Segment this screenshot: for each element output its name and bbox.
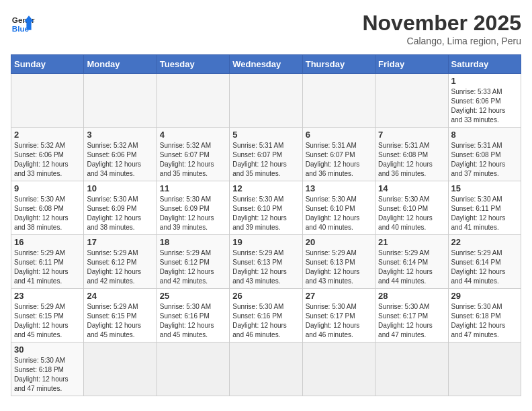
day-number: 15 xyxy=(451,183,518,193)
day-info: Sunrise: 5:32 AM Sunset: 6:06 PM Dayligh… xyxy=(87,141,153,179)
day-info: Sunrise: 5:31 AM Sunset: 6:07 PM Dayligh… xyxy=(306,141,372,179)
calendar-day-cell xyxy=(84,342,157,396)
calendar-day-cell: 29Sunrise: 5:30 AM Sunset: 6:18 PM Dayli… xyxy=(448,289,521,342)
day-info: Sunrise: 5:30 AM Sunset: 6:16 PM Dayligh… xyxy=(160,302,226,340)
logo: General Blue xyxy=(11,11,35,35)
weekday-header-monday: Monday xyxy=(84,55,157,74)
calendar-week-row: 1Sunrise: 5:33 AM Sunset: 6:06 PM Daylig… xyxy=(11,74,521,128)
calendar-header-row: SundayMondayTuesdayWednesdayThursdayFrid… xyxy=(11,55,521,74)
calendar-day-cell: 16Sunrise: 5:29 AM Sunset: 6:11 PM Dayli… xyxy=(11,235,84,289)
day-number: 6 xyxy=(306,130,372,140)
weekday-header-tuesday: Tuesday xyxy=(157,55,229,74)
calendar-day-cell: 20Sunrise: 5:29 AM Sunset: 6:13 PM Dayli… xyxy=(302,235,375,289)
calendar-day-cell: 13Sunrise: 5:30 AM Sunset: 6:10 PM Dayli… xyxy=(302,181,375,235)
calendar-week-row: 30Sunrise: 5:30 AM Sunset: 6:18 PM Dayli… xyxy=(11,342,521,396)
day-info: Sunrise: 5:29 AM Sunset: 6:14 PM Dayligh… xyxy=(378,248,445,286)
day-number: 13 xyxy=(306,183,372,193)
day-info: Sunrise: 5:30 AM Sunset: 6:18 PM Dayligh… xyxy=(14,356,81,394)
weekday-header-saturday: Saturday xyxy=(448,55,521,74)
calendar-day-cell: 26Sunrise: 5:30 AM Sunset: 6:16 PM Dayli… xyxy=(230,289,302,342)
day-number: 8 xyxy=(451,130,518,140)
day-number: 5 xyxy=(232,130,299,140)
day-number: 7 xyxy=(378,130,445,140)
day-info: Sunrise: 5:29 AM Sunset: 6:13 PM Dayligh… xyxy=(232,248,299,286)
day-info: Sunrise: 5:30 AM Sunset: 6:18 PM Dayligh… xyxy=(451,302,518,340)
calendar-day-cell xyxy=(157,74,229,128)
day-number: 23 xyxy=(14,291,81,301)
day-number: 14 xyxy=(378,183,445,193)
calendar-day-cell: 11Sunrise: 5:30 AM Sunset: 6:09 PM Dayli… xyxy=(157,181,229,235)
day-info: Sunrise: 5:31 AM Sunset: 6:08 PM Dayligh… xyxy=(451,141,518,179)
day-number: 27 xyxy=(306,291,372,301)
day-info: Sunrise: 5:32 AM Sunset: 6:06 PM Dayligh… xyxy=(14,141,81,179)
calendar-day-cell xyxy=(448,342,521,396)
calendar-day-cell: 15Sunrise: 5:30 AM Sunset: 6:11 PM Dayli… xyxy=(448,181,521,235)
day-number: 10 xyxy=(87,183,153,193)
page-subtitle: Calango, Lima region, Peru xyxy=(362,36,521,46)
day-info: Sunrise: 5:30 AM Sunset: 6:09 PM Dayligh… xyxy=(160,195,226,232)
day-number: 19 xyxy=(232,237,299,247)
calendar-day-cell: 1Sunrise: 5:33 AM Sunset: 6:06 PM Daylig… xyxy=(448,74,521,128)
calendar-week-row: 9Sunrise: 5:30 AM Sunset: 6:08 PM Daylig… xyxy=(11,181,521,235)
day-info: Sunrise: 5:29 AM Sunset: 6:11 PM Dayligh… xyxy=(14,248,81,286)
day-number: 29 xyxy=(451,291,518,301)
page-title: November 2025 xyxy=(362,11,521,36)
calendar-day-cell xyxy=(157,342,229,396)
calendar-day-cell xyxy=(11,74,84,128)
calendar-day-cell: 12Sunrise: 5:30 AM Sunset: 6:10 PM Dayli… xyxy=(230,181,302,235)
day-number: 3 xyxy=(87,130,153,140)
day-number: 9 xyxy=(14,183,81,193)
calendar-day-cell: 30Sunrise: 5:30 AM Sunset: 6:18 PM Dayli… xyxy=(11,342,84,396)
calendar-day-cell: 17Sunrise: 5:29 AM Sunset: 6:12 PM Dayli… xyxy=(84,235,157,289)
calendar-day-cell: 21Sunrise: 5:29 AM Sunset: 6:14 PM Dayli… xyxy=(375,235,448,289)
weekday-header-thursday: Thursday xyxy=(302,55,375,74)
day-info: Sunrise: 5:30 AM Sunset: 6:17 PM Dayligh… xyxy=(306,302,372,340)
day-info: Sunrise: 5:30 AM Sunset: 6:11 PM Dayligh… xyxy=(451,195,518,232)
calendar-day-cell: 5Sunrise: 5:31 AM Sunset: 6:07 PM Daylig… xyxy=(230,128,302,181)
day-number: 1 xyxy=(451,76,518,86)
calendar-day-cell xyxy=(230,342,302,396)
calendar-week-row: 16Sunrise: 5:29 AM Sunset: 6:11 PM Dayli… xyxy=(11,235,521,289)
day-info: Sunrise: 5:29 AM Sunset: 6:14 PM Dayligh… xyxy=(451,248,518,286)
day-info: Sunrise: 5:29 AM Sunset: 6:15 PM Dayligh… xyxy=(87,302,153,340)
calendar-day-cell: 23Sunrise: 5:29 AM Sunset: 6:15 PM Dayli… xyxy=(11,289,84,342)
calendar-day-cell: 7Sunrise: 5:31 AM Sunset: 6:08 PM Daylig… xyxy=(375,128,448,181)
calendar-day-cell: 4Sunrise: 5:32 AM Sunset: 6:07 PM Daylig… xyxy=(157,128,229,181)
day-number: 16 xyxy=(14,237,81,247)
calendar-day-cell: 3Sunrise: 5:32 AM Sunset: 6:06 PM Daylig… xyxy=(84,128,157,181)
calendar-day-cell xyxy=(84,74,157,128)
day-info: Sunrise: 5:32 AM Sunset: 6:07 PM Dayligh… xyxy=(160,141,226,179)
day-number: 4 xyxy=(160,130,226,140)
day-number: 24 xyxy=(87,291,153,301)
calendar-day-cell: 25Sunrise: 5:30 AM Sunset: 6:16 PM Dayli… xyxy=(157,289,229,342)
day-number: 20 xyxy=(306,237,372,247)
calendar-table: SundayMondayTuesdayWednesdayThursdayFrid… xyxy=(11,54,521,396)
calendar-day-cell: 27Sunrise: 5:30 AM Sunset: 6:17 PM Dayli… xyxy=(302,289,375,342)
day-number: 18 xyxy=(160,237,226,247)
weekday-header-sunday: Sunday xyxy=(11,55,84,74)
calendar-day-cell: 22Sunrise: 5:29 AM Sunset: 6:14 PM Dayli… xyxy=(448,235,521,289)
day-info: Sunrise: 5:31 AM Sunset: 6:08 PM Dayligh… xyxy=(378,141,445,179)
calendar-day-cell: 28Sunrise: 5:30 AM Sunset: 6:17 PM Dayli… xyxy=(375,289,448,342)
weekday-header-wednesday: Wednesday xyxy=(230,55,302,74)
day-info: Sunrise: 5:29 AM Sunset: 6:15 PM Dayligh… xyxy=(14,302,81,340)
calendar-day-cell: 19Sunrise: 5:29 AM Sunset: 6:13 PM Dayli… xyxy=(230,235,302,289)
calendar-day-cell xyxy=(375,342,448,396)
day-number: 25 xyxy=(160,291,226,301)
calendar-week-row: 2Sunrise: 5:32 AM Sunset: 6:06 PM Daylig… xyxy=(11,128,521,181)
day-info: Sunrise: 5:29 AM Sunset: 6:13 PM Dayligh… xyxy=(306,248,372,286)
calendar-day-cell xyxy=(375,74,448,128)
calendar-day-cell: 8Sunrise: 5:31 AM Sunset: 6:08 PM Daylig… xyxy=(448,128,521,181)
header: General Blue November 2025 Calango, Lima… xyxy=(11,11,521,46)
day-number: 22 xyxy=(451,237,518,247)
calendar-day-cell: 2Sunrise: 5:32 AM Sunset: 6:06 PM Daylig… xyxy=(11,128,84,181)
day-info: Sunrise: 5:31 AM Sunset: 6:07 PM Dayligh… xyxy=(232,141,299,179)
logo-icon: General Blue xyxy=(11,11,35,35)
day-number: 26 xyxy=(232,291,299,301)
calendar-day-cell: 9Sunrise: 5:30 AM Sunset: 6:08 PM Daylig… xyxy=(11,181,84,235)
day-number: 2 xyxy=(14,130,81,140)
day-info: Sunrise: 5:33 AM Sunset: 6:06 PM Dayligh… xyxy=(451,87,518,125)
calendar-day-cell: 10Sunrise: 5:30 AM Sunset: 6:09 PM Dayli… xyxy=(84,181,157,235)
calendar-day-cell: 24Sunrise: 5:29 AM Sunset: 6:15 PM Dayli… xyxy=(84,289,157,342)
calendar-day-cell xyxy=(302,342,375,396)
